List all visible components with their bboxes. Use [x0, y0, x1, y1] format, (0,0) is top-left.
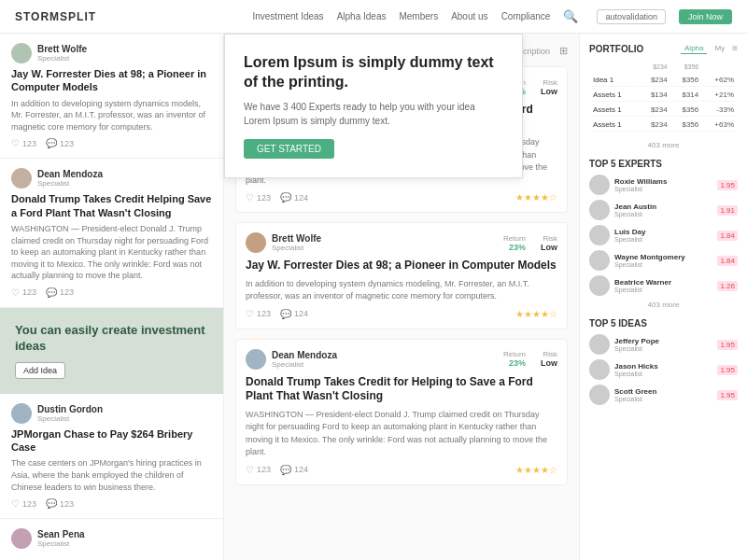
- promo-title: You can easily create investment ideas: [15, 323, 208, 355]
- expert-score: 1.84: [717, 231, 738, 241]
- article-title[interactable]: JPMorgan Chase to Pay $264 Bribery Case: [11, 427, 212, 455]
- expert-item: Jean Austin Specialist 1.91: [589, 200, 738, 220]
- comment-icon: 💬: [46, 498, 57, 509]
- avatar: [589, 225, 610, 245]
- idea-title[interactable]: Donald Trump Takes Credit for Helping to…: [246, 375, 557, 404]
- risk-meta: Risk Low: [541, 78, 557, 96]
- expert-role: Specialist: [614, 211, 712, 217]
- like-action[interactable]: ♡ 123: [11, 138, 36, 148]
- expert-score: 1.84: [717, 256, 738, 266]
- risk-value: Low: [541, 243, 557, 252]
- row-v2: $314: [671, 89, 701, 102]
- like-action[interactable]: ♡ 123: [246, 465, 271, 475]
- portfolio-title: PORTFOLIO: [589, 44, 643, 54]
- heart-icon: ♡: [11, 138, 20, 148]
- avatar: [589, 334, 610, 355]
- user-role: Specialist: [37, 539, 85, 548]
- nav-logo: STORMSPLIT: [15, 10, 96, 23]
- like-action[interactable]: ♡ 123: [246, 309, 271, 319]
- nav-alpha-ideas[interactable]: Alpha Ideas: [337, 11, 387, 21]
- comment-action[interactable]: 💬 124: [280, 465, 308, 475]
- user-role: Specialist: [37, 414, 103, 423]
- row-name: Assets 1: [591, 89, 638, 102]
- avatar: [11, 43, 32, 63]
- col-header-pct: [702, 62, 736, 72]
- expert-item: Roxie Williams Specialist 1.95: [589, 175, 738, 195]
- ideas-experts-list: Jeffery Pope Specialist 1.95 Jason Hicks…: [589, 334, 738, 405]
- expert-info: Beatrice Warner Specialist: [614, 278, 712, 293]
- expert-name: Jean Austin: [614, 203, 712, 211]
- search-icon[interactable]: 🔍: [563, 9, 578, 23]
- expert-item: Jeffery Pope Specialist 1.95: [589, 334, 738, 355]
- article-title[interactable]: Jay W. Forrester Dies at 98; a Pioneer i…: [11, 67, 212, 94]
- comment-action[interactable]: 💬 123: [46, 287, 74, 298]
- return-value: 23%: [509, 243, 526, 252]
- row-pct: +62%: [702, 74, 736, 87]
- list-item: Brett Wolfe Specialist Jay W. Forrester …: [0, 34, 223, 159]
- hero-modal: Lorem Ipsum is simply dummy text of the …: [224, 34, 523, 178]
- add-idea-button[interactable]: Add Idea: [15, 362, 65, 379]
- article-title[interactable]: Donald Trump Takes Credit Helping Save a…: [11, 192, 212, 219]
- idea-footer: ♡ 123 💬 124 ★★★★☆: [246, 192, 557, 203]
- risk-label: Risk: [543, 234, 557, 243]
- portfolio-see-more[interactable]: 403 more: [589, 141, 738, 149]
- idea-footer: ♡ 123 💬 124 ★★★★☆: [246, 309, 557, 319]
- expert-name: Scott Green: [614, 387, 712, 396]
- comment-action[interactable]: 💬 123: [46, 498, 74, 509]
- row-v1: $134: [640, 89, 669, 102]
- list-item: Dustin Gordon Specialist JPMorgan Chase …: [0, 394, 223, 519]
- nav-about[interactable]: About us: [451, 11, 487, 21]
- table-row: Assets 1 $134 $314 +21%: [591, 89, 736, 102]
- nav-links: Investment Ideas Alpha Ideas Members Abo…: [252, 9, 732, 24]
- join-now-button[interactable]: Join Now: [679, 9, 732, 24]
- portfolio-tab-my[interactable]: My: [711, 43, 728, 54]
- risk-value: Low: [541, 87, 557, 96]
- idea-meta: Return 23% Risk Low: [503, 234, 557, 252]
- expert-item: Luis Day Specialist 1.84: [589, 225, 738, 245]
- table-row: Assets 1 $234 $356 +63%: [591, 119, 736, 132]
- like-action[interactable]: ♡ 123: [246, 192, 271, 203]
- left-sidebar: Brett Wolfe Specialist Jay W. Forrester …: [0, 34, 224, 560]
- user-role: Specialist: [37, 54, 87, 63]
- idea-excerpt: WASHINGTON — President-elect Donald J. T…: [246, 409, 557, 459]
- like-action[interactable]: ♡ 123: [11, 498, 36, 509]
- navbar: STORMSPLIT Investment Ideas Alpha Ideas …: [0, 0, 747, 34]
- comment-action[interactable]: 💬 124: [280, 309, 308, 319]
- article-actions: ♡ 123 💬 123: [11, 138, 212, 148]
- autovalidation-button[interactable]: autovalidation: [597, 9, 666, 24]
- avatar: [11, 403, 32, 424]
- nav-compliance[interactable]: Compliance: [501, 11, 551, 21]
- expert-score: 1.95: [717, 365, 738, 375]
- nav-investment-ideas[interactable]: Investment Ideas: [252, 11, 323, 21]
- expert-score: 1.95: [717, 180, 738, 190]
- portfolio-tab-alpha[interactable]: Alpha: [681, 43, 707, 54]
- expert-role: Specialist: [614, 186, 712, 192]
- comment-action[interactable]: 💬 123: [46, 138, 74, 148]
- experts-see-more[interactable]: 403 more: [589, 301, 738, 309]
- heart-icon: ♡: [246, 192, 254, 203]
- comment-action[interactable]: 💬 124: [280, 192, 308, 203]
- comment-icon: 💬: [280, 309, 291, 319]
- like-count: 123: [257, 309, 271, 318]
- nav-members[interactable]: Members: [399, 11, 438, 21]
- user-name: Brett Wolfe: [37, 44, 87, 54]
- risk-meta: Risk Low: [541, 234, 557, 252]
- get-started-button[interactable]: GET STARTED: [244, 139, 334, 159]
- user-name: Dean Mendoza: [272, 350, 337, 360]
- like-action[interactable]: ♡ 123: [11, 287, 36, 298]
- portfolio-menu-icon[interactable]: ≡: [732, 43, 738, 54]
- expert-item: Wayne Montgomery Specialist 1.84: [589, 250, 738, 271]
- comment-icon: 💬: [46, 138, 57, 148]
- comment-count: 124: [294, 465, 308, 474]
- idea-card-header: Brett Wolfe Specialist Return 23% Risk L…: [246, 232, 557, 253]
- list-item: Dean Mendoza Specialist Donald Trump Tak…: [0, 159, 223, 308]
- col-header-v1: $234: [640, 62, 669, 72]
- list-item: Sean Pena Specialist: [0, 519, 223, 560]
- comment-count: 123: [60, 139, 74, 148]
- article-actions: ♡ 123 💬 123: [11, 287, 212, 298]
- idea-title[interactable]: Jay W. Forrester Dies at 98; a Pioneer i…: [246, 259, 557, 273]
- idea-card: Brett Wolfe Specialist Return 23% Risk L…: [235, 222, 568, 329]
- grid-icon[interactable]: ⊞: [559, 45, 568, 57]
- modal-title: Lorem Ipsum is simply dummy text of the …: [244, 53, 503, 92]
- portfolio-table: $234 $356 Idea 1 $234 $356 +62% Assets 1…: [589, 60, 738, 133]
